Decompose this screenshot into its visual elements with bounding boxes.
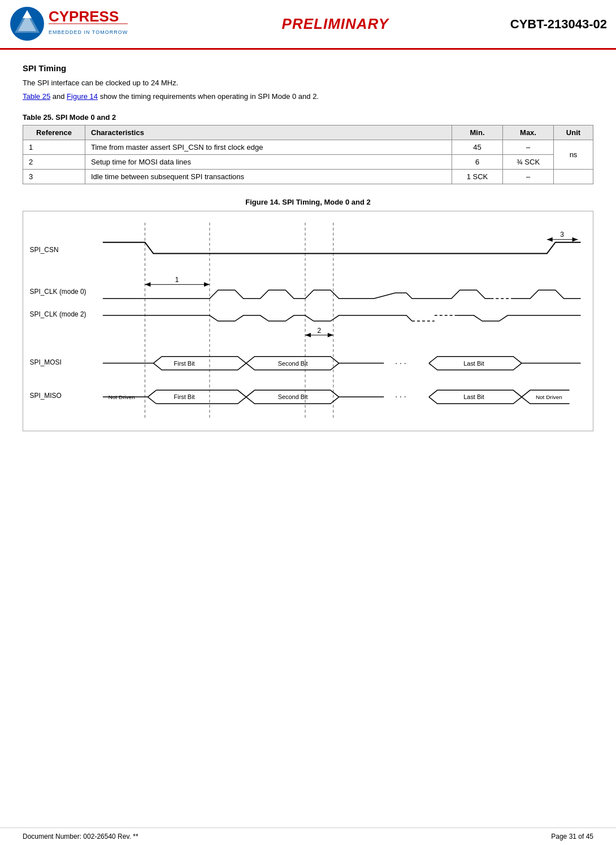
col-max: Max. xyxy=(503,125,554,140)
svg-text:CYPRESS: CYPRESS xyxy=(49,8,119,25)
cell-max: ¾ SCK xyxy=(503,155,554,170)
page-header: CYPRESS EMBEDDED IN TOMORROW PRELIMINARY… xyxy=(0,0,616,50)
cell-char: Setup time for MOSI data lines xyxy=(85,155,452,170)
miso-trans1b xyxy=(148,397,156,404)
cell-ref: 1 xyxy=(23,140,85,155)
miso-lastbit-label: Last Bit xyxy=(463,393,484,400)
annotation1-arrowright xyxy=(204,282,210,287)
logo-area: CYPRESS EMBEDDED IN TOMORROW xyxy=(9,6,160,42)
cell-min: 45 xyxy=(452,140,503,155)
table-row: 3 Idle time between subsequent SPI trans… xyxy=(23,170,593,184)
mosi-firstbit-top xyxy=(153,357,246,363)
cell-char: Time from master assert SPI_CSN to first… xyxy=(85,140,452,155)
label-spi-clk2: SPI_CLK (mode 2) xyxy=(30,310,86,318)
header-doc-number: CYBT-213043-02 xyxy=(510,17,607,32)
annotation1-arrowleft xyxy=(145,282,150,287)
col-unit: Unit xyxy=(554,125,593,140)
miso-firstbit-label: First Bit xyxy=(174,393,195,400)
paragraph1: The SPI interface can be clocked up to 2… xyxy=(23,77,593,89)
clk0-waveform xyxy=(103,290,491,298)
annotation2-arrowleft xyxy=(305,333,311,337)
annotation2-label: 2 xyxy=(318,327,322,335)
cell-max: – xyxy=(503,140,554,155)
label-spi-csn: SPI_CSN xyxy=(30,246,59,254)
table-caption: Table 25. SPI Mode 0 and 2 xyxy=(23,113,593,122)
miso-notdriven-right-label: Not Driven xyxy=(536,394,562,400)
clk2-end xyxy=(457,315,581,321)
cell-max: – xyxy=(503,170,554,184)
csn-waveform xyxy=(103,242,581,254)
figure-link[interactable]: Figure 14 xyxy=(67,92,98,101)
miso-firstbit-bot xyxy=(156,397,246,404)
label-spi-mosi: SPI_MOSI xyxy=(30,358,62,366)
label-spi-clk0: SPI_CLK (mode 0) xyxy=(30,288,86,296)
para2-suffix: show the timing requirements when operat… xyxy=(100,92,319,101)
col-min: Min. xyxy=(452,125,503,140)
cell-min: 1 SCK xyxy=(452,170,503,184)
annotation3-arrowright xyxy=(572,237,578,242)
timing-diagram: SPI_CSN SPI_CLK (mode 0) SPI_CLK (mode 2… xyxy=(23,211,593,431)
mosi-dots: · · · xyxy=(395,358,406,367)
mosi-secondbit-label: Second Bit xyxy=(278,360,308,367)
cell-min: 6 xyxy=(452,155,503,170)
annotation3-arrowleft xyxy=(547,237,553,242)
spi-timing-table: Reference Characteristics Min. Max. Unit… xyxy=(23,125,593,184)
miso-trans1 xyxy=(148,390,156,397)
annotation2-arrowright xyxy=(328,333,333,337)
cell-ref: 3 xyxy=(23,170,85,184)
footer-page: Page 31 of 45 xyxy=(551,833,593,840)
clk0-end xyxy=(513,290,580,298)
cell-unit xyxy=(554,170,593,184)
section-title: SPI Timing xyxy=(23,63,593,73)
table-row: 1 Time from master assert SPI_CSN to fir… xyxy=(23,140,593,155)
page-footer: Document Number: 002-26540 Rev. ** Page … xyxy=(0,827,616,845)
header-preliminary: PRELIMINARY xyxy=(160,15,510,33)
mosi-firstbit-label: First Bit xyxy=(174,360,195,367)
timing-diagram-svg: SPI_CSN SPI_CLK (mode 0) SPI_CLK (mode 2… xyxy=(23,211,593,431)
svg-text:EMBEDDED IN TOMORROW: EMBEDDED IN TOMORROW xyxy=(49,29,128,35)
label-spi-miso: SPI_MISO xyxy=(30,392,62,400)
cell-ref: 2 xyxy=(23,155,85,170)
mosi-lastbit-label: Last Bit xyxy=(463,360,484,367)
clk2-waveform xyxy=(103,315,412,321)
table-row: 2 Setup time for MOSI data lines 6 ¾ SCK xyxy=(23,155,593,170)
annotation1-label: 1 xyxy=(175,276,179,284)
mosi-firstbit-bot xyxy=(153,363,246,370)
para2-middle: and xyxy=(53,92,67,101)
cell-unit: ns xyxy=(554,140,593,170)
miso-dots: · · · xyxy=(395,392,406,401)
paragraph2: Table 25 and Figure 14 show the timing r… xyxy=(23,91,593,102)
cell-char: Idle time between subsequent SPI transac… xyxy=(85,170,452,184)
page-content: SPI Timing The SPI interface can be cloc… xyxy=(0,50,616,462)
figure-caption: Figure 14. SPI Timing, Mode 0 and 2 xyxy=(23,198,593,206)
cypress-logo: CYPRESS EMBEDDED IN TOMORROW xyxy=(9,6,133,42)
miso-secondbit-label: Second Bit xyxy=(278,393,308,400)
footer-doc-number: Document Number: 002-26540 Rev. ** xyxy=(23,833,138,840)
table-link[interactable]: Table 25 xyxy=(23,92,50,101)
col-reference: Reference xyxy=(23,125,85,140)
miso-firstbit-top xyxy=(156,390,246,397)
col-characteristics: Characteristics xyxy=(85,125,452,140)
annotation3-label: 3 xyxy=(560,231,564,239)
